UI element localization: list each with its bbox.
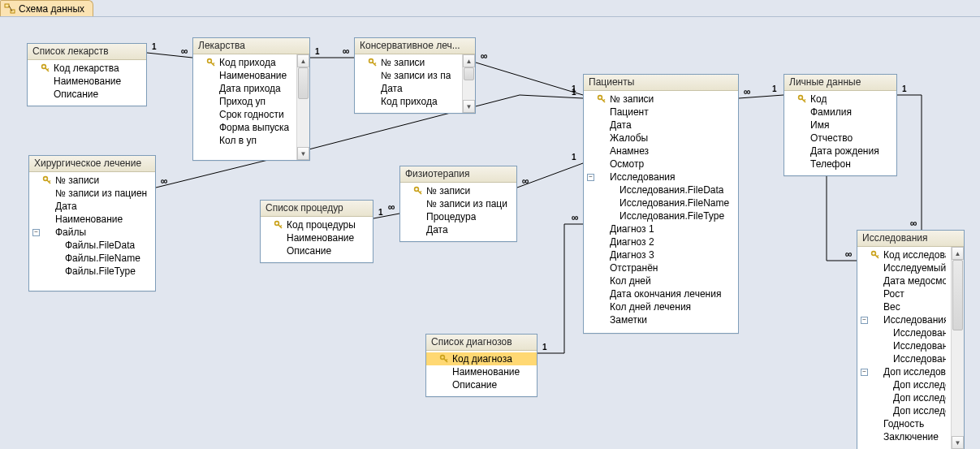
field-row[interactable]: Диагноз 2 xyxy=(584,235,738,248)
relationship-line[interactable] xyxy=(147,53,192,58)
field-row[interactable]: Отчество xyxy=(784,132,896,145)
entity-header[interactable]: Лекарства xyxy=(193,38,309,54)
expander-col[interactable]: − xyxy=(587,174,595,181)
entity-lekarstva[interactable]: ЛекарстваКод приходаНаименованиеДата при… xyxy=(192,37,310,161)
field-row[interactable]: Заключение xyxy=(857,430,951,443)
field-row[interactable]: Форма выпуска xyxy=(193,121,296,134)
entity-header[interactable]: Список лекарств xyxy=(28,44,146,60)
field-row[interactable]: Вес xyxy=(857,300,951,313)
vertical-scrollbar[interactable]: ▲▼ xyxy=(951,247,964,449)
field-row[interactable]: Срок годности xyxy=(193,108,296,121)
field-row[interactable]: Код диагноза xyxy=(426,352,537,365)
relationship-line[interactable] xyxy=(739,95,784,98)
relationships-canvas[interactable]: 1∞1∞∞1∞11∞∞11∞∞11∞∞ Список лекарствКод л… xyxy=(0,16,980,449)
scroll-thumb[interactable] xyxy=(298,67,309,99)
field-row[interactable]: Исследовани xyxy=(857,352,951,365)
entity-spisok_diag[interactable]: Список диагнозовКод диагнозаНаименование… xyxy=(425,334,537,397)
field-row[interactable]: Доп исследо xyxy=(857,404,951,417)
scroll-up-icon[interactable]: ▲ xyxy=(952,247,964,260)
scroll-down-icon[interactable]: ▼ xyxy=(952,436,964,449)
field-row[interactable]: № записи xyxy=(400,184,516,197)
field-row[interactable]: Исследования.FileData xyxy=(584,183,738,196)
field-row[interactable]: Доп исследо xyxy=(857,391,951,404)
field-row[interactable]: Описание xyxy=(28,88,146,101)
field-row[interactable]: № записи xyxy=(29,174,155,187)
entity-spisok_procedur[interactable]: Список процедурКод процедурыНаименование… xyxy=(260,200,373,263)
field-row[interactable]: № записи xyxy=(355,56,462,69)
field-row[interactable]: Кол дней лечения xyxy=(584,300,738,313)
entity-fizioterapiya[interactable]: Физиотерапия№ записи№ записи из пациПроц… xyxy=(399,166,517,242)
field-row[interactable]: № записи xyxy=(584,93,738,106)
field-row[interactable]: Наименование xyxy=(261,231,373,244)
field-row[interactable]: Дата окончания лечения xyxy=(584,287,738,300)
vertical-scrollbar[interactable]: ▲▼ xyxy=(462,54,475,113)
expander-icon[interactable]: − xyxy=(861,369,868,376)
entity-hir[interactable]: Хирургическое лечение№ записи№ записи из… xyxy=(28,155,156,291)
relationship-line[interactable] xyxy=(517,163,583,188)
field-row[interactable]: Дата xyxy=(400,223,516,236)
field-row[interactable]: −Доп исследова xyxy=(857,365,951,378)
entity-header[interactable]: Исследования xyxy=(857,231,964,247)
field-row[interactable]: № записи из пациен xyxy=(29,187,155,200)
expander-icon[interactable]: − xyxy=(587,174,594,181)
field-row[interactable]: Код процедуры xyxy=(261,218,373,231)
field-row[interactable]: Рост xyxy=(857,287,951,300)
field-row[interactable]: Исследовани xyxy=(857,326,951,339)
field-row[interactable]: Пациент xyxy=(584,106,738,119)
scroll-up-icon[interactable]: ▲ xyxy=(463,54,475,67)
field-row[interactable]: № записи из па xyxy=(355,69,462,82)
relationship-line[interactable] xyxy=(476,63,583,95)
field-row[interactable]: −Исследования xyxy=(584,171,738,183)
field-row[interactable]: Анамнез xyxy=(584,145,738,158)
entity-spisok_lekarstv[interactable]: Список лекарствКод лекарстваНаименование… xyxy=(27,43,147,106)
vertical-scrollbar[interactable]: ▲▼ xyxy=(296,54,309,160)
field-row[interactable]: Диагноз 3 xyxy=(584,248,738,261)
field-row[interactable]: № записи из паци xyxy=(400,197,516,210)
field-row[interactable]: Процедура xyxy=(400,210,516,223)
field-row[interactable]: Дата xyxy=(29,200,155,213)
scroll-thumb[interactable] xyxy=(952,260,963,330)
field-row[interactable]: Кол дней xyxy=(584,274,738,287)
field-row[interactable]: Приход уп xyxy=(193,95,296,108)
field-row[interactable]: Описание xyxy=(261,244,373,257)
field-row[interactable]: −Исследования xyxy=(857,313,951,326)
scroll-track[interactable] xyxy=(297,67,309,147)
expander-icon[interactable]: − xyxy=(861,317,868,324)
entity-header[interactable]: Список процедур xyxy=(261,201,373,217)
entity-lichnye[interactable]: Личные данныеКодФамилияИмяОтчествоДата р… xyxy=(784,74,897,176)
relationship-line[interactable] xyxy=(827,176,857,261)
scroll-thumb[interactable] xyxy=(464,67,474,80)
scroll-down-icon[interactable]: ▼ xyxy=(297,147,309,160)
tab-relationships[interactable]: Схема данных xyxy=(0,0,93,16)
relationship-line[interactable] xyxy=(897,95,922,230)
field-row[interactable]: Исследовани xyxy=(857,339,951,352)
entity-header[interactable]: Хирургическое лечение xyxy=(29,156,155,172)
field-row[interactable]: Жалобы xyxy=(584,132,738,145)
field-row[interactable]: Дата xyxy=(584,119,738,132)
field-row[interactable]: Файлы.FileName xyxy=(29,252,155,265)
expander-col[interactable]: − xyxy=(861,317,869,324)
entity-pacienty[interactable]: Пациенты№ записиПациентДатаЖалобыАнамнез… xyxy=(583,74,739,334)
field-row[interactable]: Код лекарства xyxy=(28,62,146,75)
field-row[interactable]: Файлы.FileData xyxy=(29,239,155,252)
relationship-line[interactable] xyxy=(537,224,583,353)
field-row[interactable]: Код прихода xyxy=(355,95,462,108)
field-row[interactable]: Годность xyxy=(857,417,951,430)
field-row[interactable]: Телефон xyxy=(784,158,896,171)
entity-header[interactable]: Пациенты xyxy=(584,75,738,91)
field-row[interactable]: Исследования.FileName xyxy=(584,196,738,209)
field-row[interactable]: Файлы.FileType xyxy=(29,265,155,278)
field-row[interactable]: Дата xyxy=(355,82,462,95)
field-row[interactable]: Отстранён xyxy=(584,261,738,274)
field-row[interactable]: Имя xyxy=(784,119,896,132)
expander-col[interactable]: − xyxy=(861,369,869,376)
field-row[interactable]: Описание xyxy=(426,378,537,391)
scroll-down-icon[interactable]: ▼ xyxy=(463,100,475,113)
field-row[interactable]: Исследования.FileType xyxy=(584,209,738,222)
field-row[interactable]: Наименование xyxy=(193,69,296,82)
entity-header[interactable]: Физиотерапия xyxy=(400,166,516,183)
field-row[interactable]: Заметки xyxy=(584,313,738,326)
field-row[interactable]: Диагноз 1 xyxy=(584,222,738,235)
field-row[interactable]: Наименование xyxy=(426,365,537,378)
field-row[interactable]: Фамилия xyxy=(784,106,896,119)
